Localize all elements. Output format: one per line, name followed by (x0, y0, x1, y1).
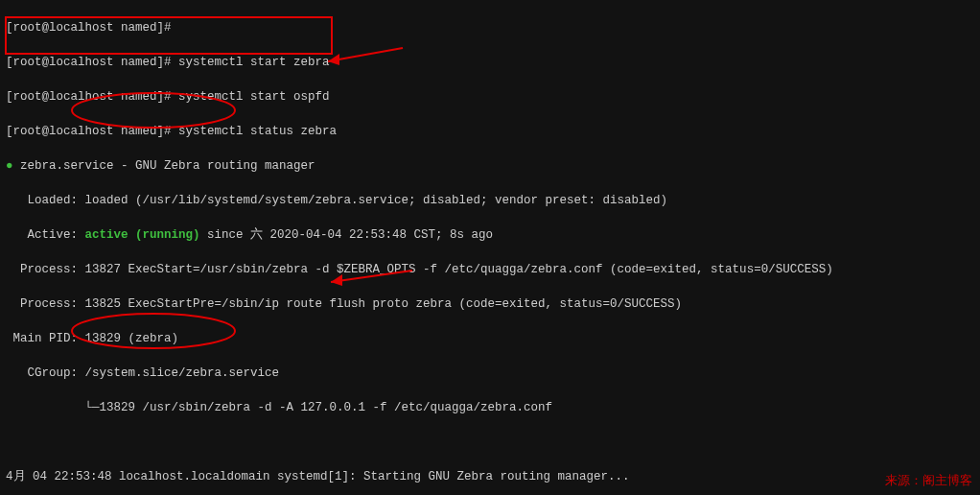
zebra-proc2: Process: 13825 ExecStartPre=/sbin/ip rou… (6, 295, 974, 313)
bullet-icon: ● (6, 159, 20, 173)
terminal[interactable]: [root@localhost named]# [root@localhost … (0, 0, 980, 495)
zebra-mainpid: Main PID: 13829 (zebra) (6, 330, 974, 347)
zebra-active: Active: active (running) since 六 2020-04… (6, 226, 974, 244)
prompt-line: [root@localhost named]# (6, 19, 974, 36)
zebra-log1: 4月 04 22:53:48 localhost.localdomain sys… (6, 468, 974, 485)
active-state: active (running) (85, 228, 200, 242)
cmd-status-zebra: [root@localhost named]# systemctl status… (6, 123, 974, 140)
zebra-loaded: Loaded: loaded (/usr/lib/systemd/system/… (6, 192, 974, 209)
zebra-header: ● zebra.service - GNU Zebra routing mana… (6, 157, 974, 175)
zebra-cgroup2: └─13829 /usr/sbin/zebra -d -A 127.0.0.1 … (6, 399, 974, 416)
cmd-start-ospfd: [root@localhost named]# systemctl start … (6, 88, 974, 106)
cmd-start-zebra: [root@localhost named]# systemctl start … (6, 54, 974, 71)
zebra-cgroup1: CGroup: /system.slice/zebra.service (6, 365, 974, 382)
watermark: 来源：阁主博客 (885, 472, 972, 489)
zebra-proc1: Process: 13827 ExecStart=/usr/sbin/zebra… (6, 261, 974, 278)
blank-line (6, 434, 974, 451)
